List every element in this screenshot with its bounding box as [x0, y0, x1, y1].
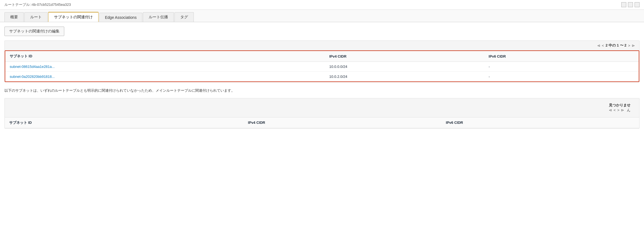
close-btn[interactable]	[635, 2, 640, 7]
edit-button-area: サブネットの関連付けの編集	[4, 27, 640, 36]
page-info: 2 中の 1 〜 2	[606, 43, 626, 48]
main-table-section: ⊲ < 2 中の 1 〜 2 > ⊳ サブネット ID IPv4 CIDR IP…	[4, 40, 640, 82]
subnet-id-link-2[interactable]: subnet-0a202820bb91818...	[10, 75, 55, 79]
ipv6-cidr-cell-1: -	[484, 62, 639, 72]
edit-subnet-assoc-button[interactable]: サブネットの関連付けの編集	[4, 27, 64, 36]
restore-btn[interactable]	[621, 2, 626, 7]
table-header-row: サブネット ID IPv4 CIDR IPv6 CIDR	[5, 51, 639, 62]
window-controls	[621, 2, 640, 7]
table-row: subnet-0a202820bb91818... 10.0.2.0/24 -	[5, 72, 639, 82]
empty-state-text-2: ん	[627, 108, 630, 113]
tabs-bar: 概要 ルート サブネットの関連付け Edge Associations ルート伝…	[0, 10, 644, 22]
sec-next-page-btn[interactable]: >	[617, 108, 620, 112]
tab-edge-assoc[interactable]: Edge Associations	[99, 13, 142, 22]
sec-last-page-btn[interactable]: ⊳	[621, 108, 624, 112]
first-page-btn[interactable]: ⊲	[597, 43, 600, 48]
tab-routes[interactable]: ルート	[24, 12, 48, 22]
ipv6-cidr-cell-2: -	[484, 72, 639, 82]
table-row: subnet-08615d4aa1e281a... 10.0.0.0/24 -	[5, 62, 639, 72]
col-ipv4-cidr: IPv4 CIDR	[325, 51, 484, 62]
secondary-data-table: サブネット ID IPv4 CIDR IPv6 CIDR	[5, 117, 639, 128]
selected-rows-wrapper: サブネット ID IPv4 CIDR IPv6 CIDR subnet-0861…	[5, 50, 639, 82]
empty-state-text: 見つかりませ	[609, 103, 630, 108]
prev-page-btn[interactable]: <	[602, 43, 604, 48]
ipv4-cidr-cell-2: 10.0.2.0/24	[325, 72, 484, 82]
subnet-id-cell: subnet-08615d4aa1e281a...	[5, 62, 325, 72]
secondary-header-row: サブネット ID IPv4 CIDR IPv6 CIDR	[5, 117, 639, 128]
sec-col-subnet-id: サブネット ID	[5, 117, 244, 128]
empty-state: 見つかりませ ⊲ < > ⊳ ん	[604, 101, 635, 115]
next-page-btn[interactable]: >	[628, 43, 630, 48]
last-page-btn[interactable]: ⊳	[632, 43, 635, 48]
secondary-table-section: 見つかりませ ⊲ < > ⊳ ん サブネット ID IPv4 CIDR	[4, 98, 640, 129]
ipv4-cidr-cell-1: 10.0.0.0/24	[325, 62, 484, 72]
tab-route-prop[interactable]: ルート伝播	[143, 12, 174, 22]
info-text: 以下のサブネットは、いずれのルートテーブルとも明示的に関連付けられていなかったた…	[4, 88, 640, 94]
secondary-pagination: ⊲ < > ⊳	[609, 108, 624, 112]
col-subnet-id: サブネット ID	[5, 51, 325, 62]
col-ipv6-cidr: IPv6 CIDR	[484, 51, 639, 62]
tab-subnet-assoc[interactable]: サブネットの関連付け	[48, 12, 99, 22]
top-bar: ルートテーブル: rtb-07cb521d7545ea323	[0, 0, 644, 10]
breadcrumb: ルートテーブル: rtb-07cb521d7545ea323	[4, 2, 71, 7]
subnet-id-cell-2: subnet-0a202820bb91818...	[5, 72, 325, 82]
tab-tags[interactable]: タグ	[174, 12, 194, 22]
sec-col-ipv6-cidr: IPv6 CIDR	[441, 117, 639, 128]
main-table-header: ⊲ < 2 中の 1 〜 2 > ⊳	[5, 41, 639, 50]
sec-prev-page-btn[interactable]: <	[614, 108, 616, 112]
sec-first-page-btn[interactable]: ⊲	[609, 108, 612, 112]
main-content: サブネットの関連付けの編集 ⊲ < 2 中の 1 〜 2 > ⊳ サブネット I…	[0, 22, 644, 139]
main-pagination: ⊲ < 2 中の 1 〜 2 > ⊳	[597, 43, 635, 48]
sec-col-ipv4-cidr: IPv4 CIDR	[244, 117, 442, 128]
secondary-table-header: 見つかりませ ⊲ < > ⊳ ん	[5, 98, 639, 117]
tab-overview[interactable]: 概要	[4, 12, 24, 22]
minimize-btn[interactable]	[628, 2, 633, 7]
subnet-id-link-1[interactable]: subnet-08615d4aa1e281a...	[10, 65, 55, 69]
main-data-table: サブネット ID IPv4 CIDR IPv6 CIDR subnet-0861…	[5, 51, 639, 81]
